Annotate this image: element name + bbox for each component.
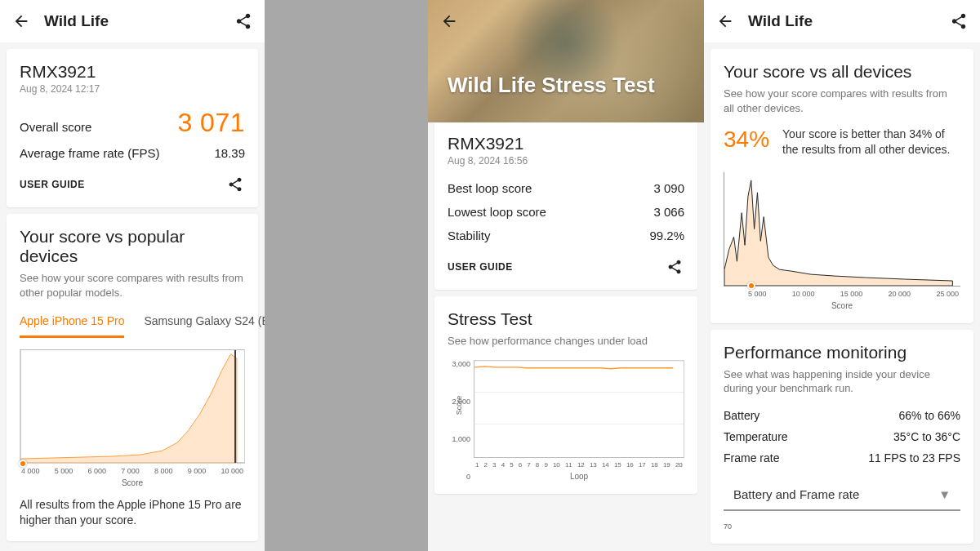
temperature-value: 35°C to 36°C bbox=[893, 430, 960, 443]
appbar-title: Wild Life bbox=[44, 12, 220, 30]
stress-line-chart bbox=[474, 360, 684, 458]
x-axis-label: Loop bbox=[474, 472, 684, 481]
hero-banner: Wild Life Stress Test bbox=[428, 0, 704, 122]
all-devices-card: Your score vs all devices See how your s… bbox=[710, 49, 973, 323]
share-icon[interactable] bbox=[225, 175, 245, 194]
timestamp: Aug 8, 2024 12:17 bbox=[20, 83, 245, 95]
y-axis-label: Score bbox=[455, 395, 463, 415]
back-icon[interactable] bbox=[715, 11, 735, 31]
framerate-value: 11 FPS to 23 FPS bbox=[868, 451, 960, 464]
stability-value: 99.2% bbox=[649, 229, 684, 242]
lowest-loop-value: 3 066 bbox=[653, 205, 684, 219]
best-loop-value: 3 090 bbox=[653, 181, 684, 195]
appbar: Wild Life bbox=[704, 0, 980, 42]
hero-title: Wild Life Stress Test bbox=[448, 73, 655, 98]
all-devices-subtitle: See how your score compares with results… bbox=[724, 87, 960, 115]
screen-1: Wild Life RMX3921 Aug 8, 2024 12:17 Over… bbox=[0, 0, 265, 551]
user-guide-link[interactable]: USER GUIDE bbox=[448, 261, 513, 273]
appbar: Wild Life bbox=[0, 0, 265, 42]
temperature-label: Temperature bbox=[724, 430, 788, 443]
x-axis-label: Score bbox=[20, 478, 245, 487]
metric-dropdown[interactable]: Battery and Frame rate ▼ bbox=[724, 479, 960, 511]
compare-card: Your score vs popular devices See how yo… bbox=[7, 214, 258, 541]
all-devices-title: Your score vs all devices bbox=[724, 62, 960, 82]
device-name: RMX3921 bbox=[20, 62, 245, 82]
distribution-chart: 4 0005 0006 0007 0008 0009 00010 000 Sco… bbox=[20, 349, 245, 487]
stress-chart-subtitle: See how performance changes under load bbox=[448, 334, 684, 349]
screen-3: Wild Life Your score vs all devices See … bbox=[704, 0, 980, 551]
best-loop-label: Best loop score bbox=[448, 181, 532, 195]
framerate-label: Frame rate bbox=[724, 451, 779, 464]
chevron-down-icon: ▼ bbox=[938, 487, 951, 501]
tab-galaxys24[interactable]: Samsung Galaxy S24 (E… bbox=[144, 314, 265, 338]
overall-score-label: Overall score bbox=[20, 120, 91, 134]
x-axis-label: Score bbox=[724, 301, 960, 310]
x-ticks: 1234567891011121314151617181920 bbox=[474, 461, 684, 469]
share-icon[interactable] bbox=[234, 11, 253, 31]
compare-footnote: All results from the Apple iPhone 15 Pro… bbox=[20, 497, 245, 528]
back-icon[interactable] bbox=[439, 11, 459, 31]
stress-score-card: RMX3921 Aug 8, 2024 16:56 Best loop scor… bbox=[434, 121, 697, 290]
stability-label: Stability bbox=[448, 229, 491, 242]
battery-label: Battery bbox=[724, 409, 760, 422]
percentile-text: Your score is better than 34% of the res… bbox=[782, 127, 960, 158]
y-ticks: 3,0002,0001,0000 bbox=[448, 360, 470, 481]
device-name: RMX3921 bbox=[448, 134, 684, 153]
score-card: RMX3921 Aug 8, 2024 12:17 Overall score … bbox=[7, 49, 258, 207]
compare-subtitle: See how your score compares with results… bbox=[20, 271, 245, 300]
perf-title: Performance monitoring bbox=[724, 343, 960, 362]
compare-title: Your score vs popular devices bbox=[20, 227, 245, 266]
appbar-title: Wild Life bbox=[748, 12, 936, 30]
user-guide-link[interactable]: USER GUIDE bbox=[20, 179, 85, 190]
stress-chart-card: Stress Test See how performance changes … bbox=[434, 296, 697, 494]
lowest-loop-label: Lowest loop score bbox=[448, 205, 546, 219]
your-score-marker-icon bbox=[747, 282, 755, 290]
fps-label: Average frame rate (FPS) bbox=[20, 146, 159, 160]
overall-score-value: 3 071 bbox=[177, 108, 245, 138]
stress-chart-title: Stress Test bbox=[448, 309, 684, 329]
fps-value: 18.39 bbox=[214, 146, 245, 160]
perf-subtitle: See what was happening inside your devic… bbox=[724, 367, 960, 396]
x-ticks: 4 0005 0006 0007 0008 0009 00010 000 bbox=[20, 467, 245, 475]
tab-iphone15pro[interactable]: Apple iPhone 15 Pro bbox=[20, 314, 124, 338]
back-icon[interactable] bbox=[11, 11, 31, 31]
all-devices-chart bbox=[724, 172, 960, 287]
dropdown-label: Battery and Frame rate bbox=[733, 487, 859, 501]
battery-value: 66% to 66% bbox=[899, 409, 961, 422]
share-icon[interactable] bbox=[949, 11, 969, 31]
device-tabs: Apple iPhone 15 Pro Samsung Galaxy S24 (… bbox=[20, 314, 245, 338]
screen-2: Wild Life Stress Test RMX3921 Aug 8, 202… bbox=[428, 0, 704, 551]
perf-monitoring-card: Performance monitoring See what was happ… bbox=[710, 330, 973, 544]
percentile-value: 34% bbox=[724, 127, 769, 153]
timestamp: Aug 8, 2024 16:56 bbox=[448, 155, 684, 167]
mini-chart-tick: 70 bbox=[724, 522, 960, 531]
share-icon[interactable] bbox=[665, 257, 684, 277]
x-ticks: 5 00010 00015 00020 00025 000 bbox=[724, 290, 960, 298]
